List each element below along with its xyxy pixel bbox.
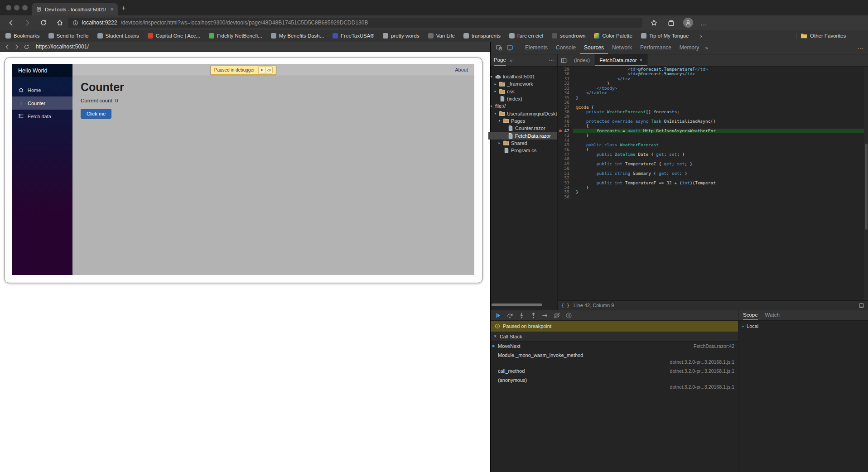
devtools-tab-performance[interactable]: Performance [636, 42, 675, 54]
reload-icon[interactable] [39, 18, 48, 27]
devtools-tab-network[interactable]: Network [608, 42, 636, 54]
traffic-light-zoom[interactable] [22, 5, 28, 10]
site-info-icon[interactable] [72, 20, 78, 26]
twisty-icon[interactable]: ▾ [497, 119, 502, 123]
devtools-tab-elements[interactable]: Elements [521, 42, 552, 54]
more-panels-icon[interactable]: » [705, 45, 708, 51]
screencast-url-field[interactable]: https://localhost:5001/ [36, 43, 89, 50]
twisty-icon[interactable]: ▾ [489, 75, 493, 79]
bookmark-my-benefits-dash[interactable]: My Benefits Dash... [271, 33, 324, 39]
editor-tab-fetchdata-razor[interactable]: FetchData.razor× [595, 54, 647, 66]
resume-script-icon[interactable] [258, 67, 265, 73]
editor-tab-index[interactable]: (index) [569, 54, 595, 66]
twisty-icon[interactable]: ▸ [493, 89, 497, 93]
close-tab-icon[interactable]: × [110, 6, 114, 12]
browser-menu-icon[interactable]: … [700, 19, 708, 27]
step-button[interactable] [540, 310, 550, 320]
file-tree-item-index[interactable]: (index) [488, 95, 557, 102]
file-tree-item-framework[interactable]: ▸_framework [488, 80, 557, 87]
call-stack-header[interactable]: ▼ Call Stack [491, 332, 738, 342]
inspect-element-icon[interactable] [493, 42, 504, 54]
bookmark-bookmarks[interactable]: Bookmarks [5, 33, 40, 39]
deactivate-breakpoints-button[interactable] [551, 310, 562, 320]
bookmark-fidelity-netbenefi[interactable]: Fidelity NetBenefi... [209, 33, 262, 39]
file-tree-item-program-cs[interactable]: Program.cs [488, 147, 557, 154]
toggle-navigator-icon[interactable] [558, 54, 569, 66]
breakpoint-icon[interactable] [559, 130, 562, 132]
bookmark-pretty-words[interactable]: pretty words [383, 33, 420, 39]
pretty-print-icon[interactable]: { } [561, 303, 569, 308]
call-stack-frame[interactable]: (anonymous)dotnet.3.2.0-pr...3.20168.1.j… [491, 376, 738, 391]
screencast-forward-icon[interactable] [13, 43, 20, 50]
code-editor[interactable]: 29 <td>@forecast.TemperatureF</td>30 <td… [558, 67, 868, 300]
call-stack-frame[interactable]: Module._mono_wasm_invoke_methoddotnet.3.… [491, 351, 738, 366]
scope-local-row[interactable]: ▾ Local [738, 321, 868, 332]
app-brand[interactable]: Hello World [12, 64, 72, 77]
editor-vertical-scrollbar[interactable] [864, 67, 868, 300]
step-over-banner-icon[interactable] [265, 67, 272, 73]
step-over-button[interactable] [504, 310, 515, 320]
sidebar-tab-scope[interactable]: Scope [743, 310, 758, 320]
devtools-menu-icon[interactable]: ⋯ [857, 44, 863, 52]
file-tree-item-counter-razor[interactable]: Counter.razor [488, 125, 557, 132]
step-into-button[interactable] [516, 310, 527, 320]
bookmark-l-arc-en-ciel[interactable]: l'arc en ciel [509, 33, 543, 39]
devtools-tab-console[interactable]: Console [552, 42, 580, 54]
screencast-back-icon[interactable] [4, 43, 11, 50]
app-nav-home[interactable]: Home [12, 83, 72, 96]
bookmark-soundrown[interactable]: soundrown [552, 33, 585, 39]
app-nav-fetch-data[interactable]: Fetch data [12, 110, 72, 123]
new-tab-button[interactable]: + [121, 4, 126, 13]
about-link[interactable]: About [455, 67, 468, 72]
bookmark-tip-of-my-tongue[interactable]: Tip of My Tongue [641, 33, 689, 39]
app-nav-counter[interactable]: Counter [12, 96, 72, 110]
traffic-light-close[interactable] [6, 5, 11, 10]
bookmark-freetaxusa[interactable]: FreeTaxUSA® [333, 33, 374, 39]
profile-avatar[interactable] [683, 18, 693, 28]
file-tree-item-shared[interactable]: ▸Shared [488, 140, 557, 147]
resume-button[interactable] [492, 310, 503, 320]
home-icon[interactable] [55, 18, 64, 27]
collapse-triangle-icon[interactable]: ▼ [493, 334, 497, 338]
browser-tab[interactable]: DevTools - localhost:5001/ × [32, 3, 118, 15]
bookmark-send-to-trello[interactable]: Send to Trello [48, 33, 89, 39]
close-file-icon[interactable]: × [640, 57, 643, 63]
file-tree-item-css[interactable]: ▸css [488, 88, 557, 95]
twisty-icon[interactable]: ▸ [497, 141, 502, 145]
twisty-icon[interactable]: ▾ [489, 104, 493, 108]
traffic-light-minimize[interactable] [14, 5, 19, 10]
bookmark-capital-one-acc[interactable]: Capital One | Acc... [148, 33, 200, 39]
file-tree-item-file[interactable]: ▾file:// [488, 102, 557, 110]
forward-icon[interactable] [23, 18, 32, 27]
call-stack-frame[interactable]: ▶MoveNextFetchData.razor:42 [491, 342, 738, 351]
file-tree-item-fetchdata-razor[interactable]: FetchData.razor [488, 132, 557, 139]
bookmark-student-loans[interactable]: Student Loans [97, 33, 139, 39]
bookmarks-overflow-chevron[interactable]: › [700, 33, 702, 39]
navigator-more-tabs-icon[interactable]: » [510, 58, 512, 63]
scrollbar-thumb[interactable] [865, 144, 868, 230]
devtools-tab-memory[interactable]: Memory [675, 42, 703, 54]
call-stack-frame[interactable]: call_methoddotnet.3.2.0-pr...3.20168.1.j… [491, 366, 738, 376]
panel-corner-icon[interactable] [858, 302, 864, 308]
other-favorites-folder[interactable]: Other Favorites [800, 30, 846, 42]
twisty-icon[interactable]: ▸ [493, 82, 497, 86]
pause-on-exceptions-button[interactable] [563, 310, 574, 320]
bookmark-color-palette[interactable]: Color Palette [594, 33, 632, 39]
sidebar-tab-watch[interactable]: Watch [765, 310, 780, 320]
url-field[interactable]: localhost:9222/devtools/inspector.html?w… [68, 18, 642, 28]
collections-icon[interactable] [666, 18, 676, 28]
screencast-reload-icon[interactable] [23, 43, 30, 50]
file-tree-item-localhost-5001[interactable]: ▾localhost:5001 [488, 73, 557, 80]
click-me-button[interactable]: Click me [81, 109, 111, 119]
bookmark-van-life[interactable]: Van Life [428, 33, 455, 39]
devtools-tab-sources[interactable]: Sources [580, 42, 608, 54]
step-out-button[interactable] [528, 310, 539, 320]
navigator-horizontal-scrollbar[interactable] [492, 303, 542, 306]
expand-triangle-icon[interactable]: ▾ [742, 324, 744, 328]
file-tree-item-users-tammyqiu-desktop-deskt[interactable]: ▾Users/tammyqiu/Desktop/Deskt [488, 110, 557, 117]
toggle-screencast-icon[interactable] [504, 42, 515, 54]
navigator-menu-icon[interactable]: ⋯ [549, 57, 555, 63]
favorite-star-icon[interactable] [649, 18, 659, 28]
file-tree-item-pages[interactable]: ▾Pages [488, 117, 557, 125]
navigator-tab-page[interactable]: Page [494, 54, 506, 66]
